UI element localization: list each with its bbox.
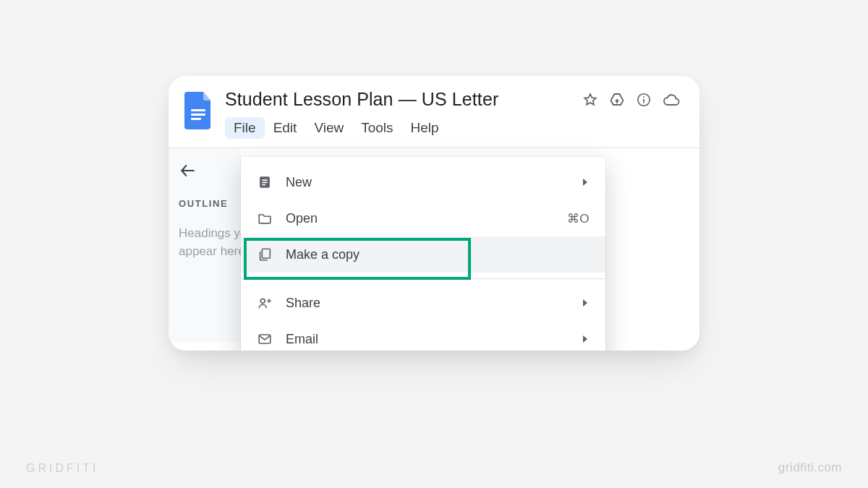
document-title[interactable]: Student Lesson Plan — US Letter bbox=[225, 89, 498, 110]
svg-rect-10 bbox=[262, 184, 265, 186]
menu-file[interactable]: File bbox=[225, 117, 265, 139]
file-menu-share[interactable]: Share bbox=[241, 285, 605, 321]
menu-item-shortcut: ⌘O bbox=[567, 211, 590, 226]
file-menu-email[interactable]: Email bbox=[241, 321, 605, 351]
folder-icon bbox=[257, 210, 273, 226]
file-menu-new[interactable]: New bbox=[241, 164, 605, 200]
chevron-right-icon bbox=[581, 178, 590, 187]
outline-sidebar: OUTLINE Headings you add to the document… bbox=[169, 148, 241, 342]
menu-edit[interactable]: Edit bbox=[265, 117, 306, 139]
svg-rect-2 bbox=[191, 118, 201, 120]
doc-new-icon bbox=[257, 174, 273, 190]
star-icon[interactable] bbox=[582, 92, 598, 108]
svg-rect-0 bbox=[191, 109, 205, 111]
svg-rect-11 bbox=[262, 249, 270, 258]
file-menu-open[interactable]: Open ⌘O bbox=[241, 200, 605, 236]
outline-hint-line: appear here. bbox=[179, 243, 231, 261]
watermark-right: gridfiti.com bbox=[778, 461, 842, 475]
email-icon bbox=[257, 331, 273, 347]
svg-point-12 bbox=[260, 299, 265, 303]
svg-rect-1 bbox=[191, 114, 205, 116]
info-icon[interactable] bbox=[636, 92, 652, 108]
drive-icon[interactable] bbox=[608, 91, 626, 108]
menu-item-label: Open bbox=[286, 211, 554, 226]
copy-icon bbox=[257, 247, 273, 262]
title-row: Student Lesson Plan — US Letter bbox=[225, 89, 681, 110]
outline-hint: Headings you add to the document will ap… bbox=[179, 225, 231, 260]
menu-item-label: Share bbox=[286, 296, 568, 311]
menu-item-label: New bbox=[286, 175, 568, 190]
chevron-right-icon bbox=[581, 299, 590, 307]
menu-bar: File Edit View Tools Help bbox=[225, 117, 681, 139]
outline-hint-line: Headings you add to the document will bbox=[179, 225, 231, 243]
file-menu-make-a-copy[interactable]: Make a copy bbox=[241, 236, 605, 273]
back-button[interactable] bbox=[179, 161, 231, 182]
menu-item-label: Make a copy bbox=[286, 247, 590, 262]
svg-rect-9 bbox=[262, 182, 267, 184]
svg-point-5 bbox=[643, 96, 644, 98]
google-docs-window: Student Lesson Plan — US Letter bbox=[169, 76, 699, 351]
share-icon bbox=[257, 295, 273, 311]
watermark-left: GRIDFITI bbox=[26, 462, 98, 475]
cloud-saved-icon[interactable] bbox=[662, 92, 681, 108]
app-header: Student Lesson Plan — US Letter bbox=[169, 76, 699, 139]
menu-tools[interactable]: Tools bbox=[352, 117, 401, 139]
google-docs-logo-icon bbox=[184, 92, 213, 129]
file-menu-dropdown: New Open ⌘O Make a copy S bbox=[241, 157, 605, 351]
chevron-right-icon bbox=[581, 335, 590, 343]
outline-heading: OUTLINE bbox=[179, 198, 231, 209]
menu-item-label: Email bbox=[286, 332, 568, 347]
menu-view[interactable]: View bbox=[305, 117, 352, 139]
menu-help[interactable]: Help bbox=[402, 117, 448, 139]
svg-rect-8 bbox=[262, 179, 267, 181]
menu-separator bbox=[241, 278, 605, 279]
arrow-left-icon bbox=[179, 161, 197, 180]
